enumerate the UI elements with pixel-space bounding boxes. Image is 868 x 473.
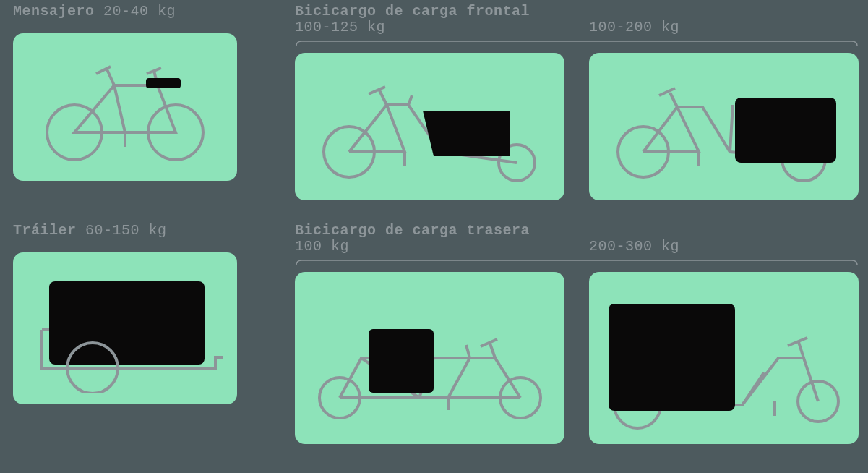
- front-large-bike-icon: [601, 65, 847, 188]
- svg-rect-7: [735, 98, 836, 163]
- courier-weight: 20-40 kg: [103, 3, 176, 20]
- rear-title: Bicicargo de carga trasera: [295, 222, 530, 239]
- courier-title: Mensajero: [13, 3, 95, 20]
- card-front-large: [589, 53, 859, 200]
- trailer-icon: [24, 263, 226, 393]
- courier-bike-icon: [35, 49, 215, 165]
- front-small-bike-icon: [307, 65, 553, 188]
- svg-rect-2: [146, 78, 181, 88]
- trailer-weight: 60-150 kg: [85, 222, 167, 239]
- group-front-cargo: Bicicargo de carga frontal 100-125 kg 10…: [295, 3, 859, 200]
- card-rear-large: [589, 272, 859, 444]
- front-weight-2: 100-200 kg: [589, 20, 679, 35]
- svg-rect-15: [609, 304, 735, 411]
- card-front-small: [295, 53, 564, 200]
- card-courier: [13, 33, 237, 181]
- front-weight-1: 100-125 kg: [295, 20, 589, 35]
- rear-large-bike-icon: [594, 278, 854, 438]
- group-rear-cargo: Bicicargo de carga trasera 100 kg 200-30…: [295, 222, 859, 444]
- front-title: Bicicargo de carga frontal: [295, 3, 530, 20]
- rear-weight-1: 100 kg: [295, 239, 589, 255]
- svg-rect-12: [369, 329, 434, 393]
- rear-small-bike-icon: [304, 286, 557, 430]
- rear-bracket-icon: [295, 257, 859, 265]
- group-trailer: Tráiler 60-150 kg: [13, 222, 259, 444]
- rear-weight-2: 200-300 kg: [589, 239, 679, 255]
- group-courier: Mensajero 20-40 kg: [13, 3, 259, 200]
- card-trailer: [13, 252, 237, 404]
- trailer-title: Tráiler: [13, 222, 77, 239]
- front-bracket-icon: [295, 38, 859, 46]
- card-rear-small: [295, 272, 564, 444]
